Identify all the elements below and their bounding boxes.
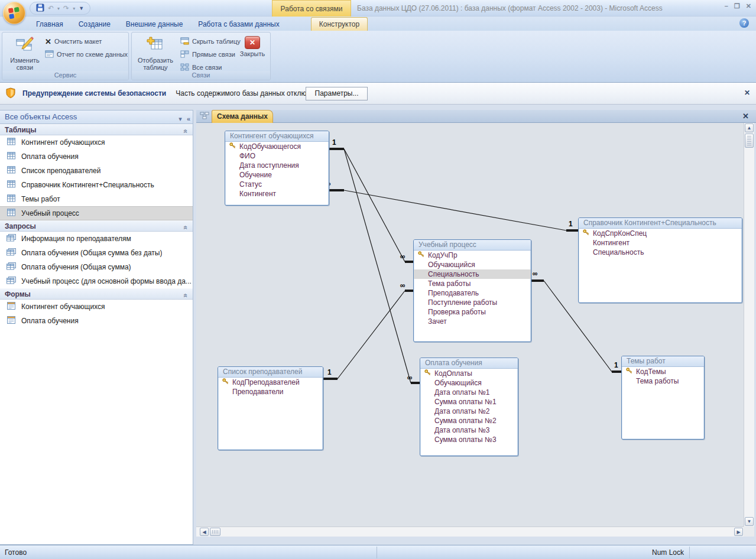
relationship-report-button[interactable]: Отчет по схеме данных	[45, 49, 128, 60]
field-row[interactable]: КодСпрКонСпец	[579, 229, 742, 238]
field-row[interactable]: Дата оплаты №3	[420, 425, 518, 435]
nav-item-query[interactable]: Оплата обучения (Общая сумма)	[0, 260, 193, 274]
nav-item-table[interactable]: Оплата обучения	[0, 150, 193, 164]
close-relationships-button[interactable]: ✕ Закрыть	[237, 34, 268, 72]
entity-spravochnik[interactable]: Справочник Контингент+Специальность КодС…	[578, 217, 742, 303]
field-row[interactable]: Дата оплаты №2	[420, 407, 518, 416]
field-row[interactable]: Поступление работы	[414, 298, 531, 307]
scroll-up-icon[interactable]: ▲	[745, 124, 754, 132]
field-row[interactable]: Тема работы	[414, 279, 531, 288]
nav-item-table[interactable]: Справочник Контингент+Специальность	[0, 178, 193, 192]
field-row[interactable]: ФИО	[225, 151, 329, 161]
field-row[interactable]: Контингент	[579, 238, 742, 248]
navigation-pane-header[interactable]: Все объекты Access ▾ «	[0, 110, 193, 124]
horizontal-scroll-thumb[interactable]	[210, 528, 220, 536]
field-row[interactable]: Обучающийся	[414, 260, 531, 269]
field-row[interactable]: КодОбучающегося	[225, 142, 329, 151]
nav-item-form[interactable]: Контингент обучающихся	[0, 300, 193, 314]
nav-item-table[interactable]: Учебный процесс	[0, 206, 193, 220]
entity-title[interactable]: Список преподавателей	[218, 367, 323, 378]
tab-konstruktor[interactable]: Конструктор	[311, 17, 368, 31]
redo-icon[interactable]: ↷	[63, 5, 69, 12]
help-icon[interactable]: ?	[739, 18, 749, 28]
field-row[interactable]: КодОплаты	[420, 369, 518, 378]
edit-relationships-button[interactable]: Изменить связи	[6, 34, 44, 72]
section-header-queries[interactable]: Запросы «	[0, 220, 193, 232]
document-close-icon[interactable]: ✕	[742, 112, 749, 121]
field-row[interactable]: КодТемы	[622, 367, 704, 376]
entity-title[interactable]: Оплата обучения	[420, 358, 518, 369]
entity-oplata-obucheniya[interactable]: Оплата обучения КодОплатыОбучающийсяДата…	[420, 358, 518, 456]
hide-table-button[interactable]: Скрыть таблицу	[180, 36, 241, 47]
vertical-scrollbar[interactable]: ▲ ▼	[744, 123, 754, 526]
section-header-tables[interactable]: Таблицы «	[0, 124, 193, 135]
undo-icon[interactable]: ↶	[48, 5, 54, 12]
scroll-down-icon[interactable]: ▼	[745, 517, 754, 526]
entity-title[interactable]: Темы работ	[622, 356, 704, 367]
cardinality-one: 1	[332, 139, 336, 146]
scroll-right-icon[interactable]: ▶	[734, 528, 743, 536]
section-header-forms[interactable]: Формы «	[0, 288, 193, 300]
field-row[interactable]: Дата оплаты №1	[420, 388, 518, 397]
vertical-scroll-thumb[interactable]	[745, 134, 754, 148]
restore-button[interactable]: ❐	[734, 2, 740, 10]
field-row[interactable]: Преподаватель	[414, 288, 531, 298]
horizontal-scrollbar[interactable]: ◀ ▶	[196, 526, 744, 537]
item-label: Оплата обучения (Общая сумма)	[21, 263, 131, 271]
field-row[interactable]: Преподаватели	[218, 387, 323, 396]
field-row[interactable]: Сумма оплаты №3	[420, 435, 518, 444]
close-button[interactable]: ✕	[746, 2, 751, 10]
field-row[interactable]: Сумма оплаты №2	[420, 416, 518, 425]
field-row[interactable]: Зачет	[414, 317, 531, 326]
field-row[interactable]: Статус	[225, 180, 329, 189]
nav-item-query[interactable]: Оплата обучения (Общая сумма без даты)	[0, 246, 193, 260]
direct-relationships-button[interactable]: Прямые связи	[180, 49, 235, 60]
field-row[interactable]: Контингент	[225, 189, 329, 199]
entity-title[interactable]: Справочник Контингент+Специальность	[579, 218, 742, 229]
entity-spisok-prepodavateley[interactable]: Список преподавателей КодПреподавателейП…	[218, 366, 323, 450]
clear-layout-button[interactable]: ✕ Очистить макет	[45, 36, 102, 47]
relationship-line[interactable]	[344, 149, 411, 383]
options-button[interactable]: Параметры...	[306, 87, 368, 100]
entity-title[interactable]: Контингент обучающихся	[225, 131, 329, 142]
scroll-left-icon[interactable]: ◀	[200, 528, 209, 536]
field-row[interactable]: Обучающийся	[420, 378, 518, 388]
entity-uchebnyy-process[interactable]: Учебный процесс КодУчПрОбучающийсяСпециа…	[413, 239, 531, 342]
nav-item-form[interactable]: Оплата обучения	[0, 314, 193, 328]
field-row[interactable]: КодУчПр	[414, 251, 531, 260]
undo-dropdown-icon[interactable]: ▾	[57, 6, 60, 11]
tab-vneshnie-dannye[interactable]: Внешние данные	[118, 18, 191, 31]
field-row[interactable]: Проверка работы	[414, 307, 531, 317]
nav-item-table[interactable]: Контингент обучающихся	[0, 135, 193, 150]
entity-kontingent-obuchayushchihsya[interactable]: Контингент обучающихся КодОбучающегосяФИ…	[225, 131, 329, 206]
tab-rabota-s-bazami[interactable]: Работа с базами данных	[190, 18, 287, 31]
field-row[interactable]: Специальность	[579, 248, 742, 257]
nav-item-query[interactable]: Учебный процесс (для основной формы ввод…	[0, 274, 193, 288]
field-row[interactable]: Сумма оплаты №1	[420, 397, 518, 407]
nav-item-table[interactable]: Список преподавателей	[0, 164, 193, 178]
entity-temy-rabot[interactable]: Темы работ КодТемыТема работы	[621, 356, 705, 440]
relationships-canvas[interactable]: 1 ∞ ∞ 1 ∞ 1 ∞ 1 ∞ Контингент обучающихся…	[196, 123, 744, 535]
security-bar-close-icon[interactable]: ✕	[744, 89, 750, 97]
shutter-collapse-icon[interactable]: «	[187, 112, 190, 125]
nav-dropdown-icon[interactable]: ▾	[179, 112, 182, 125]
field-row[interactable]: КодПреподавателей	[218, 378, 323, 387]
nav-item-table[interactable]: Темы работ	[0, 192, 193, 206]
relationship-line[interactable]	[344, 149, 405, 262]
redo-dropdown-icon[interactable]: ▾	[73, 6, 75, 11]
office-button[interactable]	[3, 2, 25, 24]
tab-glavnaya[interactable]: Главная	[28, 18, 71, 31]
field-row[interactable]: Дата поступления	[225, 161, 329, 170]
field-row[interactable]: Тема работы	[622, 376, 704, 386]
customize-toolbar-icon[interactable]: ▼	[79, 6, 84, 11]
show-table-button[interactable]: Отобразить таблицу	[137, 34, 174, 72]
save-icon[interactable]	[36, 4, 44, 13]
field-row[interactable]: Специальность	[414, 269, 531, 279]
entity-title[interactable]: Учебный процесс	[414, 240, 531, 251]
nav-item-query[interactable]: Информация по преподавателям	[0, 232, 193, 246]
minimize-button[interactable]: –	[725, 2, 728, 10]
field-row[interactable]: Обучение	[225, 170, 329, 180]
tab-schema-dannyh[interactable]: Схема данных	[212, 110, 273, 123]
relationship-line[interactable]	[338, 291, 405, 379]
tab-sozdanie[interactable]: Создание	[71, 18, 118, 31]
